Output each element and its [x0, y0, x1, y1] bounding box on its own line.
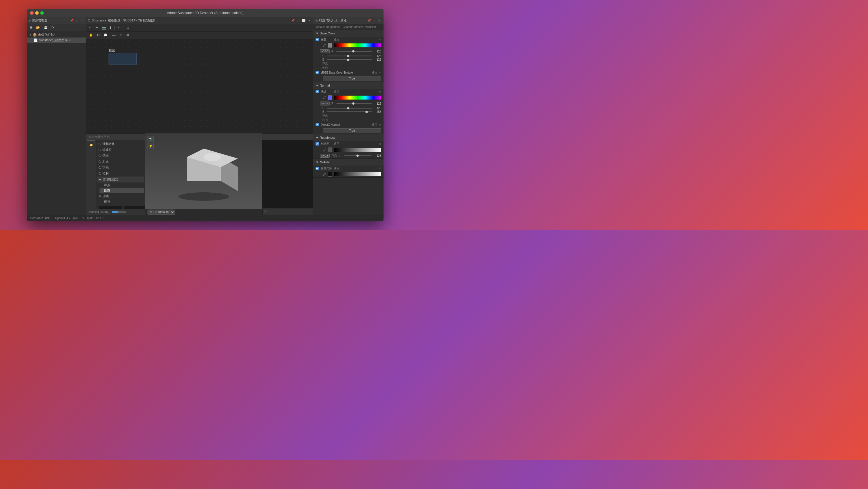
metallic-reset[interactable]: ↺ — [379, 167, 381, 170]
right-panel-pin[interactable]: 📌 — [367, 19, 372, 22]
library-status: Updating Library... — [86, 209, 145, 215]
directx-row: DirectX Normal 通用 ↺ — [313, 122, 383, 127]
base-color-eyedropper[interactable]: 🖊 — [323, 44, 326, 47]
camera-tool[interactable]: 📷 — [101, 25, 107, 30]
roughness-swatch[interactable] — [328, 148, 332, 152]
cat-texturegen[interactable]: ▼ 纹理生成器 — [97, 177, 144, 182]
refresh-btn[interactable]: ↻ — [50, 25, 55, 30]
right-panel-float[interactable]: □ — [373, 19, 376, 22]
align-tool[interactable]: ⟺ — [110, 33, 117, 37]
grid-tool[interactable]: ⊞ — [125, 25, 130, 30]
asset-manager-float[interactable]: □ — [75, 19, 79, 22]
node-editor-maximize[interactable]: ⬜ — [301, 19, 306, 22]
node-editor-close[interactable]: ✕ — [307, 19, 311, 22]
lib-folder-btn[interactable]: 📁 — [87, 142, 95, 148]
info-tool[interactable]: ℹ — [108, 25, 113, 30]
node-canvas[interactable]: 框架 — [86, 39, 313, 133]
base-color-reset[interactable]: ↺ — [379, 38, 381, 41]
cat-adjust-item[interactable]: 调整 — [99, 199, 144, 205]
normal-g-row: G 128 — [313, 106, 383, 110]
maximize-button[interactable] — [40, 11, 44, 15]
viewport-canvas[interactable]: 📷 💡 — [145, 133, 262, 209]
normal-srgb-btn[interactable]: sRGB — [320, 101, 330, 105]
cat-convert-label: 强制转换 — [102, 142, 115, 146]
normal-g-track[interactable] — [327, 108, 372, 109]
node-thumb-shape-splatter-mask[interactable]: Shape Splatter to Mask — [124, 206, 145, 209]
metallic-swatch[interactable] — [328, 172, 332, 177]
save-btn[interactable]: 💾 — [42, 25, 49, 30]
new-package-btn[interactable]: ⊞ — [29, 25, 34, 30]
normal-hsv-label: HSV — [322, 118, 330, 122]
open-btn[interactable]: 📂 — [35, 25, 41, 30]
metallic-eyedropper[interactable]: 🖊 — [323, 173, 326, 176]
base-color-srgb-row: sRGB R 128 — [313, 49, 383, 54]
cat-logic[interactable]: ⬡ 逻辑 — [97, 153, 144, 159]
normal-color-bar[interactable] — [334, 96, 381, 99]
cat-pattern-item[interactable]: 图案 — [99, 188, 144, 193]
normal-swatch[interactable] — [328, 95, 332, 100]
normal-reset[interactable]: ↺ — [379, 90, 381, 93]
viewport-camera-icon[interactable]: 📷 — [148, 135, 154, 142]
roughness-eyedropper[interactable]: 🖊 — [323, 148, 326, 151]
pan-tool[interactable]: ✋ — [88, 33, 94, 37]
format-select[interactable]: sRGB (default) — [148, 210, 175, 215]
base-color-g-row: G 128 — [313, 54, 383, 58]
metallic-checkbox[interactable] — [315, 167, 319, 170]
base-color-swatch[interactable] — [328, 43, 332, 48]
tree-substance-file[interactable]: 📄 Substance_模型图形 ⚠ — [27, 37, 86, 43]
roughness-reset[interactable]: ↺ — [379, 143, 381, 146]
roughness-l-track[interactable] — [344, 155, 372, 156]
directx-checkbox[interactable] — [315, 123, 319, 126]
unsaved-package-label: 未保存的包* — [38, 33, 55, 37]
select-tool[interactable]: ↖ — [88, 25, 93, 30]
substance-icon: 📄 — [34, 38, 38, 42]
cat-noise-item[interactable]: 噪点 — [99, 182, 144, 188]
normal-header[interactable]: ▼ Normal — [313, 82, 383, 89]
normal-b-track[interactable] — [327, 112, 372, 112]
right-panel-close[interactable]: ✕ — [377, 19, 381, 22]
srgb-texture-reset[interactable]: ↺ — [379, 71, 381, 74]
base-color-b-track[interactable] — [327, 59, 372, 60]
directx-reset[interactable]: ↺ — [379, 123, 381, 126]
base-color-bar[interactable] — [334, 43, 381, 48]
move-tool[interactable]: ✛ — [94, 25, 99, 30]
srgb-texture-value-btn[interactable]: True — [323, 76, 381, 81]
roughness-checkbox[interactable] — [315, 142, 319, 146]
viewport-light-icon[interactable]: 💡 — [148, 143, 154, 149]
cat-control[interactable]: ⬡ 控制 — [97, 171, 144, 177]
close-button[interactable] — [30, 11, 34, 15]
cat-operator[interactable]: ⬡ 运算符 — [97, 147, 144, 153]
roughness-srgb-btn[interactable]: sRGB — [320, 154, 330, 158]
tree-unsaved-package[interactable]: ▼ 📦 未保存的包* — [27, 32, 86, 37]
cat-function[interactable]: ⬡ 功能 — [97, 165, 144, 171]
normal-checkbox[interactable] — [315, 90, 319, 93]
cat-compare[interactable]: ⬡ 对比 — [97, 159, 144, 165]
normal-r-track[interactable] — [336, 103, 372, 104]
connect-tool[interactable]: ⟷ — [117, 25, 124, 30]
snap-tool[interactable]: ⊞ — [125, 33, 130, 37]
roughness-header[interactable]: ▼ Roughness — [313, 134, 383, 141]
metallic-header[interactable]: ▼ Metallic — [313, 159, 383, 165]
node-editor-float[interactable]: □ — [297, 19, 300, 22]
base-color-r-track[interactable] — [336, 51, 372, 52]
minimize-button[interactable] — [35, 11, 39, 15]
cat-convert[interactable]: ⬡ 强制转换 — [97, 141, 144, 147]
base-color-header[interactable]: ▼ Base Color — [313, 30, 383, 37]
normal-eyedropper[interactable]: 🖊 — [323, 96, 326, 99]
asset-manager-close[interactable]: ✕ — [80, 19, 84, 22]
base-color-g-track[interactable] — [327, 56, 372, 56]
srgb-texture-checkbox[interactable] — [315, 71, 319, 74]
base-color-checkbox[interactable] — [315, 38, 319, 41]
base-color-srgb-btn[interactable]: sRGB — [320, 49, 330, 53]
metallic-color-bar[interactable] — [334, 172, 381, 176]
cat-filter[interactable]: ▼ 滤镜 — [97, 193, 144, 199]
node-editor-pin[interactable]: 📌 — [290, 19, 296, 22]
directx-value-btn[interactable]: True — [323, 128, 381, 133]
distribute-tool[interactable]: ⊟ — [119, 33, 124, 37]
roughness-color-bar[interactable] — [334, 148, 381, 152]
frame-tool[interactable]: ⊡ — [96, 33, 101, 37]
asset-toolbar: ⊞ 📂 💾 ↻ — [27, 24, 86, 31]
node-thumb-shape-splatter-data[interactable]: Shape Splatter Data... — [98, 206, 123, 209]
comment-tool[interactable]: 💬 — [102, 33, 109, 37]
asset-manager-pin[interactable]: 📌 — [69, 19, 74, 22]
